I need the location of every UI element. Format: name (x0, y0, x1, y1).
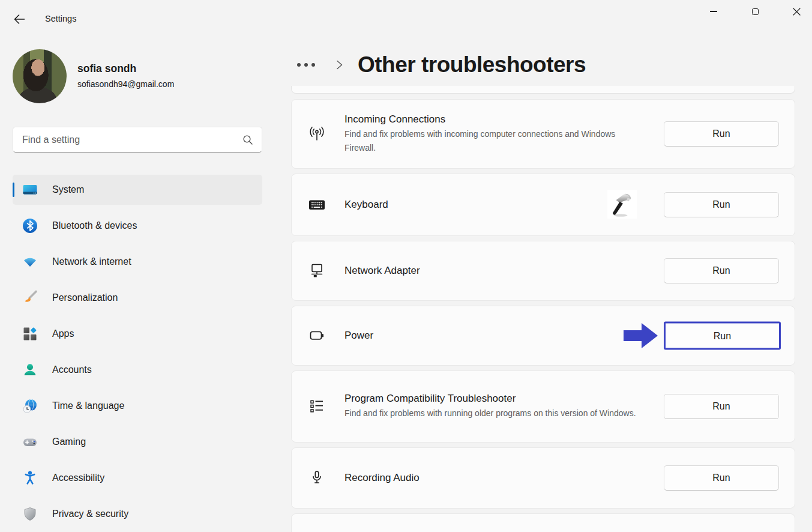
troubleshooter-name: Program Compatibility Troubleshooter (344, 393, 657, 405)
battery-icon (306, 325, 328, 346)
close-icon (793, 8, 801, 16)
troubleshooter-name: Power (344, 330, 657, 342)
profile-email: sofiasondh94@gmail.com (77, 79, 174, 89)
breadcrumb-chevron-icon (335, 58, 343, 71)
run-button-incoming-connections[interactable]: Run (664, 121, 779, 147)
profile-name: sofia sondh (77, 62, 136, 75)
troubleshooter-list: Incoming Connections Find and fix proble… (291, 99, 795, 532)
back-arrow-icon (13, 13, 26, 26)
scrolled-card-edge (291, 86, 795, 94)
network-icon (22, 254, 38, 270)
sidebar-item-time-language[interactable]: Time & language (13, 391, 262, 421)
keyboard-icon (306, 194, 328, 216)
sidebar-item-label: Gaming (52, 437, 86, 447)
sidebar-item-accessibility[interactable]: Accessibility (13, 463, 262, 493)
sidebar-item-label: Time & language (52, 401, 124, 411)
privacy-security-icon (22, 506, 38, 522)
troubleshooter-description: Find and fix problems with incoming comp… (344, 127, 645, 154)
maximize-button[interactable] (748, 5, 762, 18)
sidebar-item-label: Network & internet (52, 256, 131, 267)
bluetooth-icon (22, 218, 38, 234)
network-adapter-icon (306, 260, 328, 282)
run-button-recording-audio[interactable]: Run (664, 465, 779, 491)
row-keyboard: Keyboard Run (291, 174, 795, 236)
page-title: Other troubleshooters (358, 52, 586, 77)
troubleshooter-name: Incoming Connections (344, 113, 657, 125)
sidebar-item-label: System (52, 184, 84, 195)
microphone-icon (306, 467, 328, 489)
row-program-compatibility: Program Compatibility Troubleshooter Fin… (291, 370, 795, 443)
time-language-icon (22, 398, 38, 414)
minimize-icon (710, 11, 717, 12)
troubleshooter-name: Recording Audio (344, 472, 657, 484)
personalization-icon (22, 290, 38, 306)
maximize-icon (752, 8, 759, 15)
accounts-icon (22, 362, 38, 378)
sidebar-item-gaming[interactable]: Gaming (13, 427, 262, 457)
row-incoming-connections: Incoming Connections Find and fix proble… (291, 99, 795, 169)
sidebar-item-label: Privacy & security (52, 509, 128, 519)
apps-icon (22, 326, 38, 342)
annotation-arrow-icon (624, 321, 658, 351)
run-button-power[interactable]: Run (664, 322, 781, 350)
troubleshooter-description: Find and fix problems with running older… (344, 407, 645, 420)
search-icon[interactable] (242, 135, 253, 145)
close-button[interactable] (790, 5, 803, 18)
sidebar-item-label: Apps (52, 328, 74, 339)
compatibility-list-icon (306, 396, 328, 417)
sidebar-item-label: Accounts (52, 364, 92, 375)
gaming-icon (22, 434, 38, 450)
row-recording-audio: Recording Audio Run (291, 447, 795, 509)
sidebar-item-system[interactable]: System (13, 175, 262, 205)
system-icon (22, 182, 38, 198)
page-header: Other troubleshooters (291, 49, 586, 80)
sidebar-item-privacy-security[interactable]: Privacy & security (13, 499, 262, 529)
sidebar-item-label: Personalization (52, 292, 118, 303)
sidebar-item-label: Bluetooth & devices (52, 220, 137, 231)
app-title: Settings (45, 14, 76, 23)
breadcrumb-ellipsis-button[interactable] (291, 63, 315, 67)
row-network-adapter: Network Adapter Run (291, 241, 795, 301)
hammer-cursor-icon (607, 190, 637, 219)
row-partial-next: Run (291, 513, 795, 532)
sidebar-item-bluetooth-devices[interactable]: Bluetooth & devices (13, 211, 262, 241)
selection-accent-bar (13, 183, 14, 197)
run-button-program-compatibility[interactable]: Run (664, 394, 779, 419)
run-button-network-adapter[interactable]: Run (664, 258, 779, 283)
search-box[interactable] (13, 127, 262, 153)
avatar[interactable] (13, 49, 67, 103)
sidebar-item-personalization[interactable]: Personalization (13, 283, 262, 313)
antenna-icon (306, 123, 328, 145)
back-button[interactable] (12, 12, 26, 26)
settings-nav: System Bluetooth & devices Network & int… (13, 175, 262, 532)
row-power: Power Run (291, 306, 795, 366)
run-button-keyboard[interactable]: Run (664, 192, 779, 217)
sidebar-item-accounts[interactable]: Accounts (13, 355, 262, 385)
sidebar-item-label: Accessibility (52, 473, 104, 483)
minimize-button[interactable] (707, 5, 720, 18)
troubleshooter-name: Network Adapter (344, 265, 657, 277)
sidebar-item-apps[interactable]: Apps (13, 319, 262, 349)
sidebar-item-network-internet[interactable]: Network & internet (13, 247, 262, 277)
accessibility-icon (22, 470, 38, 486)
search-input[interactable] (13, 135, 242, 145)
